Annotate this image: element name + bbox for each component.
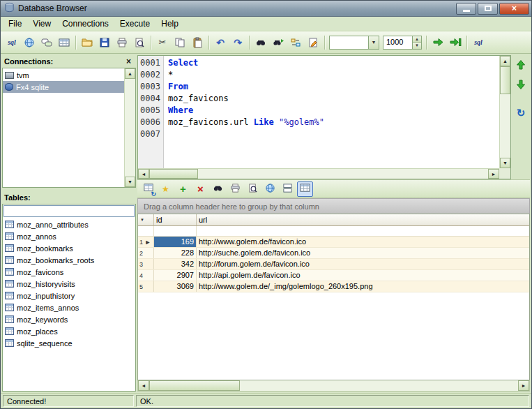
- cell-url[interactable]: http://www.golem.de/_img/golemlogo_260x1…: [197, 281, 529, 292]
- scroll-up-icon[interactable]: ▲: [500, 56, 510, 66]
- editor-line[interactable]: 0004moz_favicons: [138, 93, 499, 105]
- edit-note-button[interactable]: [305, 34, 321, 51]
- execute-script-button[interactable]: [447, 34, 464, 51]
- grid-hscrollbar[interactable]: ◄ ►: [137, 380, 530, 392]
- table-item[interactable]: moz_keywords: [3, 313, 135, 325]
- scroll-right-icon[interactable]: ►: [518, 380, 529, 391]
- grid-row[interactable]: 3342http://forum.golem.de/favicon.ico: [138, 259, 529, 270]
- chevron-down-icon[interactable]: ▼: [368, 36, 379, 49]
- cut-button[interactable]: ✂: [154, 34, 171, 51]
- redo-button[interactable]: ↷: [229, 34, 246, 51]
- execute-button[interactable]: [430, 34, 446, 51]
- scroll-down-icon[interactable]: ▼: [125, 177, 135, 187]
- connection-item[interactable]: tvm: [3, 69, 124, 81]
- maximize-button[interactable]: [478, 3, 498, 15]
- card-view-button[interactable]: [280, 181, 296, 197]
- scroll-down-icon[interactable]: ▼: [500, 158, 510, 168]
- cell-url[interactable]: http://www.golem.de/favicon.ico: [197, 237, 529, 247]
- print-grid-button[interactable]: [227, 181, 243, 197]
- open-button[interactable]: [79, 34, 96, 51]
- grid-corner-cell[interactable]: ▼: [138, 214, 154, 225]
- editor-line[interactable]: 0001Select: [138, 57, 499, 69]
- grid-row[interactable]: 42907http://api.golem.de/favicon.ico: [138, 270, 529, 281]
- cell-url[interactable]: http://api.golem.de/favicon.ico: [197, 270, 529, 281]
- move-down-button[interactable]: [512, 77, 529, 94]
- editor-lines[interactable]: 0001Select0002*0003From0004moz_favicons0…: [138, 57, 499, 140]
- move-up-button[interactable]: [512, 57, 529, 74]
- close-button[interactable]: ×: [499, 3, 529, 15]
- table-item[interactable]: moz_favicons: [3, 266, 135, 278]
- print-preview-button[interactable]: [131, 34, 148, 51]
- table-item[interactable]: moz_historyvisits: [3, 278, 135, 290]
- table-item[interactable]: moz_bookmarks: [3, 242, 135, 254]
- table-item[interactable]: moz_bookmarks_roots: [3, 254, 135, 266]
- grid-view-button[interactable]: [297, 181, 313, 197]
- table-item[interactable]: moz_places: [3, 325, 135, 337]
- undo-button[interactable]: ↶: [212, 34, 229, 51]
- table-item[interactable]: sqlite_sequence: [3, 337, 135, 349]
- scroll-right-icon[interactable]: ►: [488, 169, 499, 179]
- menu-execute[interactable]: Execute: [114, 17, 155, 31]
- find-in-grid-button[interactable]: [210, 181, 226, 197]
- connection-item[interactable]: Fx4 sqlite: [3, 81, 124, 93]
- scroll-up-icon[interactable]: ▲: [125, 68, 135, 79]
- column-header-url[interactable]: url: [197, 214, 529, 225]
- grid-row[interactable]: 2228http://suche.golem.de/favicon.ico: [138, 248, 529, 259]
- refresh-button[interactable]: ↻: [512, 105, 529, 121]
- refresh-data-button[interactable]: ↻: [140, 181, 156, 197]
- export-web-button[interactable]: [262, 181, 278, 197]
- editor-line[interactable]: 0006moz_favicons.url Like "%golem%": [138, 117, 499, 128]
- replace-button[interactable]: [287, 34, 304, 51]
- scroll-thumb[interactable]: [149, 169, 198, 179]
- spin-down-icon[interactable]: ▼: [413, 42, 421, 49]
- editor-line[interactable]: 0002*: [138, 69, 499, 81]
- print-button[interactable]: [114, 34, 130, 51]
- web-browser-button[interactable]: [21, 34, 38, 51]
- cell-url[interactable]: http://forum.golem.de/favicon.ico: [197, 259, 529, 269]
- cell-id[interactable]: 342: [154, 259, 197, 269]
- cell-id[interactable]: 228: [154, 248, 197, 258]
- cell-id[interactable]: 3069: [154, 281, 197, 292]
- table-item[interactable]: moz_annos: [3, 230, 135, 242]
- menu-file[interactable]: File: [3, 17, 27, 31]
- menu-connections[interactable]: Connections: [56, 17, 114, 31]
- save-button[interactable]: [96, 34, 113, 51]
- scroll-left-icon[interactable]: ◄: [138, 169, 149, 179]
- comments-button[interactable]: [38, 34, 55, 51]
- editor-hscrollbar[interactable]: ◄ ►: [138, 168, 499, 179]
- editor-line[interactable]: 0005Where: [138, 105, 499, 117]
- grid-row[interactable]: 53069http://www.golem.de/_img/golemlogo_…: [138, 281, 529, 292]
- paste-button[interactable]: [189, 34, 206, 51]
- scroll-track[interactable]: [125, 79, 135, 177]
- menu-help[interactable]: Help: [155, 17, 184, 31]
- grid-row[interactable]: 1 ►169http://www.golem.de/favicon.ico: [138, 237, 529, 248]
- connections-scrollbar[interactable]: ▲ ▼: [124, 68, 135, 187]
- scroll-thumb[interactable]: [500, 66, 510, 94]
- editor-vscrollbar[interactable]: ▲ ▼: [499, 56, 510, 168]
- cell-id[interactable]: 169: [154, 237, 197, 247]
- table-item[interactable]: moz_inputhistory: [3, 290, 135, 302]
- spin-up-icon[interactable]: ▲: [413, 36, 421, 43]
- tables-filter-input[interactable]: [3, 205, 135, 217]
- database-combo[interactable]: ▼: [329, 36, 379, 50]
- scroll-left-icon[interactable]: ◄: [138, 380, 149, 391]
- star-button[interactable]: ★: [158, 181, 174, 197]
- table-item[interactable]: moz_anno_attributes: [3, 218, 135, 230]
- cell-id[interactable]: 2907: [154, 270, 197, 281]
- cell-url[interactable]: http://suche.golem.de/favicon.ico: [197, 248, 529, 258]
- sql-window-button[interactable]: sql: [3, 34, 20, 51]
- titlebar[interactable]: Database Browser ×: [1, 1, 531, 17]
- table-item[interactable]: moz_items_annos: [3, 302, 135, 313]
- scroll-thumb[interactable]: [149, 380, 240, 391]
- group-by-panel[interactable]: Drag a column header here to group by th…: [137, 198, 530, 214]
- records-limit-stepper[interactable]: 1000 ▲ ▼: [383, 36, 422, 50]
- find-button[interactable]: [252, 34, 269, 51]
- sql-log-button[interactable]: sql: [470, 34, 487, 51]
- editor-line[interactable]: 0007: [138, 128, 499, 140]
- data-grid-button[interactable]: [56, 34, 73, 51]
- minimize-button[interactable]: [456, 3, 476, 15]
- copy-button[interactable]: [172, 34, 188, 51]
- print-preview-grid-button[interactable]: [245, 181, 261, 197]
- grid-filter-row[interactable]: [138, 226, 529, 237]
- delete-row-button[interactable]: ×: [192, 181, 208, 197]
